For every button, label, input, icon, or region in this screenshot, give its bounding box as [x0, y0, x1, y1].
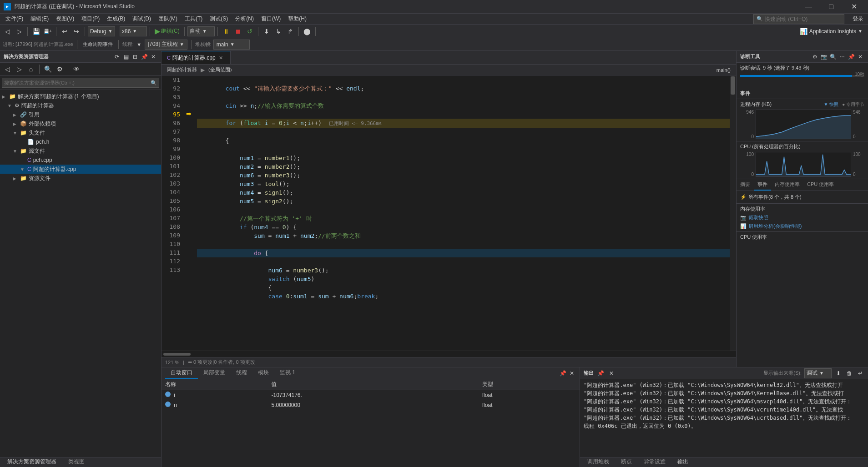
tab-output[interactable]: 输出 [672, 456, 694, 467]
sync-button[interactable]: ⟳ [113, 53, 121, 61]
se-back-button[interactable]: ◁ [2, 64, 13, 75]
thread-filter[interactable]: ▼ [136, 39, 143, 50]
save-all-button[interactable]: 💾+ [42, 26, 53, 37]
extern-deps-item[interactable]: ▶ 📦 外部依赖项 [0, 119, 161, 128]
menu-tools[interactable]: 工具(T) [181, 14, 206, 25]
scroll-thumb[interactable] [731, 76, 735, 95]
se-view-button[interactable]: 👁 [71, 64, 82, 75]
diag-heap-btn[interactable]: 📊 启用堆分析(会影响性能) [740, 223, 864, 230]
editor-tab-main[interactable]: C 阿超的计算器.cpp ✕ [161, 51, 231, 64]
stop-button[interactable]: ⏹ [232, 26, 243, 37]
diag-tab-summary[interactable]: 摘要 [737, 179, 754, 191]
maximize-button[interactable]: □ [821, 0, 842, 14]
se-search-button[interactable]: 🔍 [42, 64, 53, 75]
se-tab-solution[interactable]: 解决方案资源管理器 [2, 456, 62, 467]
aw-pin-button[interactable]: 📌 [559, 369, 567, 377]
tab-auto[interactable]: 自动窗口 [165, 367, 198, 379]
diag-pin-button[interactable]: 📌 [847, 53, 855, 61]
menu-build[interactable]: 生成(B) [103, 14, 129, 25]
menu-debug[interactable]: 调试(D) [129, 14, 155, 25]
nav-project[interactable]: 阿超的计算器 [165, 65, 199, 74]
solution-root-item[interactable]: ▶ 📁 解决方案'阿超的计算器'(1 个项目) [0, 92, 161, 101]
login-button[interactable]: 登录 [850, 15, 866, 23]
step-into-button[interactable]: ↳ [273, 26, 284, 37]
diag-screenshot-btn[interactable]: 📷 截取快照 [740, 214, 864, 221]
aw-close-button[interactable]: ✕ [568, 369, 576, 377]
tab-call-stack[interactable]: 调用堆栈 [582, 456, 615, 467]
diag-settings-button[interactable]: ⚙ [811, 53, 819, 61]
undo-button[interactable]: ↩ [59, 26, 70, 37]
code-text[interactable]: cout << "请输入你需要多少个算式：" << endl; cin >> n… [195, 75, 736, 351]
forward-button[interactable]: ▷ [14, 26, 25, 37]
menu-edit[interactable]: 编辑(E) [27, 14, 52, 25]
pause-button[interactable]: ⏸ [221, 26, 232, 37]
menu-analyze[interactable]: 分析(N) [232, 14, 257, 25]
continue-button[interactable]: ▶ 继续(C) [153, 27, 182, 35]
save-button[interactable]: 💾 [30, 26, 41, 37]
quick-launch-input[interactable] [765, 16, 841, 22]
auto-row-n[interactable]: n 5.00000000 float [161, 400, 580, 410]
step-out-button[interactable]: ↱ [285, 26, 296, 37]
main-cpp-item[interactable]: ▼ C 阿超的计算器.cpp [0, 165, 161, 174]
se-settings-button[interactable]: ⚙ [54, 64, 65, 75]
diag-camera-button[interactable]: 📷 [820, 53, 828, 61]
se-home-button[interactable]: ⌂ [25, 64, 36, 75]
redo-button[interactable]: ↪ [71, 26, 82, 37]
tab-module[interactable]: 模块 [252, 367, 274, 379]
output-clear-button[interactable]: 🗑 [845, 369, 853, 377]
output-scroll-button[interactable]: ⬇ [834, 369, 843, 377]
output-source-dropdown[interactable]: 调试 ▼ [804, 368, 832, 378]
close-panel-button[interactable]: ✕ [149, 53, 157, 61]
tab-breakpoints[interactable]: 断点 [616, 456, 637, 467]
diag-search-button[interactable]: 🔍 [829, 53, 837, 61]
tab-close-button[interactable]: ✕ [217, 54, 225, 61]
menu-test[interactable]: 测试(S) [206, 14, 232, 25]
thread-selector[interactable]: [708] 主线程 ▼ [145, 40, 187, 50]
diag-close-button[interactable]: ✕ [856, 53, 864, 61]
references-item[interactable]: ▶ 🔗 引用 [0, 110, 161, 119]
stack-selector[interactable]: main ▼ [213, 40, 250, 50]
filter-button[interactable]: ▤ [122, 53, 130, 61]
tab-exception[interactable]: 异常设置 [638, 456, 671, 467]
application-insights-button[interactable]: 📊 Application Insights ▼ [796, 27, 866, 36]
collapse-all-button[interactable]: ⊟ [131, 53, 139, 61]
minimize-button[interactable]: — [798, 0, 819, 14]
menu-file[interactable]: 文件(F) [2, 14, 27, 25]
menu-view[interactable]: 视图(V) [52, 14, 78, 25]
tab-thread[interactable]: 线程 [231, 367, 252, 379]
h-scroll-thumb[interactable] [163, 353, 191, 356]
menu-window[interactable]: 窗口(W) [257, 14, 284, 25]
restart-button[interactable]: ↺ [244, 26, 255, 37]
platform-dropdown[interactable]: x86 ▼ [120, 26, 147, 36]
project-item[interactable]: ▼ ⚙ 阿超的计算器 [0, 101, 161, 110]
output-close-button[interactable]: ✕ [607, 369, 616, 377]
nav-scope[interactable]: (全局范围) [207, 65, 233, 74]
auto-row-i[interactable]: i -107374176. float [161, 390, 580, 400]
step-over-button[interactable]: ⬇ [261, 26, 272, 37]
lifecycle-button[interactable]: 生命周期事件 [81, 39, 115, 50]
pin-button[interactable]: 📌 [140, 53, 148, 61]
back-button[interactable]: ◁ [2, 26, 13, 37]
quick-launch[interactable]: 🔍 [753, 14, 844, 24]
se-forward-button[interactable]: ▷ [14, 64, 25, 75]
diag-tab-cpu[interactable]: CPU 使用率 [803, 179, 838, 191]
header-files-item[interactable]: ▼ 📁 头文件 [0, 128, 161, 137]
diag-tab-memory[interactable]: 内存使用率 [771, 179, 803, 191]
output-pin-button[interactable]: 📌 [596, 369, 605, 377]
nav-func[interactable]: main() [715, 66, 732, 74]
tab-local[interactable]: 局部变量 [198, 367, 231, 379]
menu-project[interactable]: 项目(P) [78, 14, 103, 25]
close-button[interactable]: ✕ [843, 0, 864, 14]
se-tab-class[interactable]: 类视图 [63, 456, 90, 467]
menu-help[interactable]: 帮助(H) [284, 14, 310, 25]
debug-config-dropdown[interactable]: Debug ▼ [88, 26, 115, 36]
pch-h-item[interactable]: ▶ 📄 pch.h [0, 137, 161, 146]
breakpoint-button[interactable]: ⬤ [302, 26, 313, 37]
output-wrap-button[interactable]: ↵ [856, 369, 864, 377]
pch-cpp-item[interactable]: ▶ C pch.cpp [0, 156, 161, 165]
diag-snapshot-button[interactable]: ▼ 快照 [823, 101, 838, 108]
diag-tab-events[interactable]: 事件 [754, 179, 771, 191]
resource-files-item[interactable]: ▶ 📁 资源文件 [0, 174, 161, 183]
diag-more-button[interactable]: ⋯ [838, 53, 846, 61]
source-files-item[interactable]: ▼ 📁 源文件 [0, 146, 161, 156]
